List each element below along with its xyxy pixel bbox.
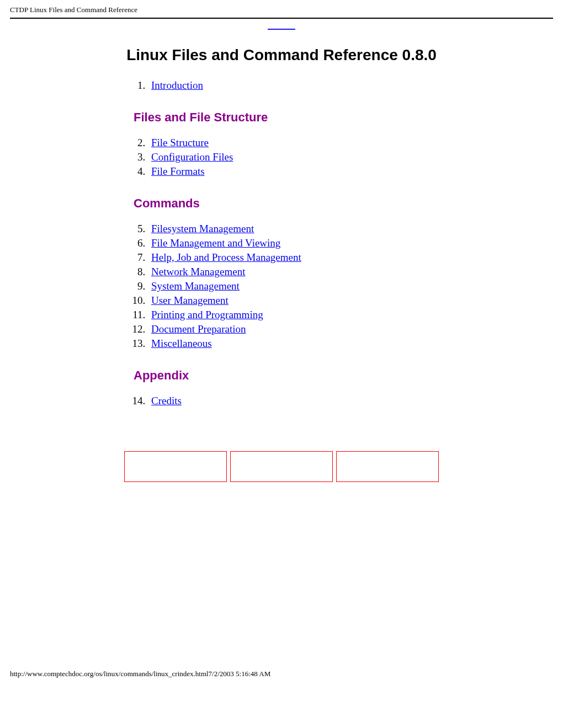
nav-box[interactable]: [230, 451, 333, 482]
link-file-mgmt-view[interactable]: File Management and Viewing: [151, 237, 280, 249]
list-item: User Management: [148, 295, 464, 307]
link-misc[interactable]: Miscellaneous: [151, 338, 212, 349]
toc-files-list: File Structure Configuration Files File …: [121, 137, 464, 178]
table-of-contents: Introduction: [121, 79, 464, 92]
divider: [10, 18, 553, 19]
nav-box[interactable]: [336, 451, 439, 482]
link-introduction[interactable]: Introduction: [151, 79, 203, 91]
link-user-mgmt[interactable]: User Management: [151, 295, 229, 306]
list-item: Filesystem Management: [148, 223, 464, 235]
list-item: System Management: [148, 280, 464, 292]
top-underline: [268, 29, 295, 30]
link-file-formats[interactable]: File Formats: [151, 165, 205, 177]
list-item: Configuration Files: [148, 151, 464, 163]
link-filesystem-mgmt[interactable]: Filesystem Management: [151, 223, 254, 234]
link-config-files[interactable]: Configuration Files: [151, 151, 233, 163]
toc-appendix-list: Credits: [121, 395, 464, 407]
section-heading-files: Files and File Structure: [134, 110, 464, 125]
link-system-mgmt[interactable]: System Management: [151, 280, 240, 292]
page-title: Linux Files and Command Reference 0.8.0: [99, 46, 464, 64]
nav-box[interactable]: [124, 451, 227, 482]
section-heading-appendix: Appendix: [134, 368, 464, 383]
link-doc-prep[interactable]: Document Preparation: [151, 323, 246, 335]
link-help-job-proc[interactable]: Help, Job and Process Management: [151, 251, 301, 263]
list-item: Miscellaneous: [148, 338, 464, 350]
main-content: Linux Files and Command Reference 0.8.0 …: [99, 46, 464, 482]
list-item: Document Preparation: [148, 323, 464, 335]
link-network-mgmt[interactable]: Network Management: [151, 266, 245, 277]
list-item: File Management and Viewing: [148, 237, 464, 249]
page-header: CTDP Linux Files and Command Reference: [0, 0, 563, 18]
toc-commands-list: Filesystem Management File Management an…: [121, 223, 464, 350]
nav-boxes: [124, 451, 439, 482]
list-item: Credits: [148, 395, 464, 407]
list-item: Network Management: [148, 266, 464, 278]
list-item: Printing and Programming: [148, 309, 464, 321]
list-item: File Structure: [148, 137, 464, 149]
section-heading-commands: Commands: [134, 196, 464, 211]
header-title: CTDP Linux Files and Command Reference: [10, 6, 137, 14]
list-item: Introduction: [148, 79, 464, 92]
list-item: Help, Job and Process Management: [148, 251, 464, 264]
link-credits[interactable]: Credits: [151, 395, 182, 406]
link-printing-prog[interactable]: Printing and Programming: [151, 309, 263, 320]
list-item: File Formats: [148, 165, 464, 178]
link-file-structure[interactable]: File Structure: [151, 137, 209, 148]
